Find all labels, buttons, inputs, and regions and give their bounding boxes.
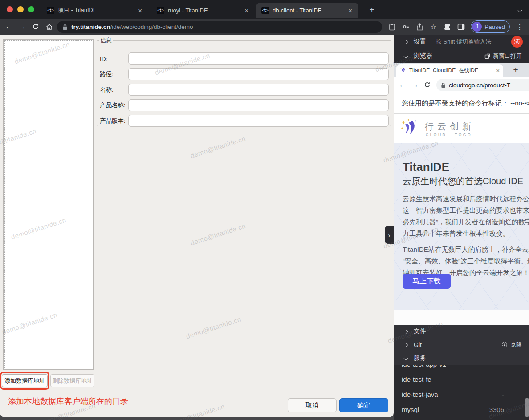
- page-below-hero: [394, 310, 529, 325]
- tab-close-icon[interactable]: ×: [346, 6, 354, 15]
- tab-close-icon[interactable]: ×: [243, 6, 250, 15]
- hero-paragraph-line: “安全、高效、体验”这三个维度取得平衡。最: [403, 255, 529, 267]
- embedded-new-tab-button[interactable]: +: [510, 65, 521, 75]
- id-input[interactable]: [128, 52, 389, 65]
- chevron-right-icon: [404, 343, 408, 347]
- embedded-url: cloudtogo.cn/product-T: [449, 82, 510, 89]
- share-icon[interactable]: [415, 23, 423, 31]
- tab-search-chevron-icon[interactable]: [518, 6, 523, 10]
- settings-label: 设置: [414, 38, 426, 46]
- product-version-input[interactable]: [128, 115, 389, 127]
- chevron-right-icon: [404, 40, 408, 44]
- macos-window-controls[interactable]: [7, 6, 34, 12]
- product-name-input[interactable]: [128, 99, 389, 111]
- brand-name: 行云创新: [425, 121, 475, 133]
- settings-section-row[interactable]: 设置 按 Shift 键切换输入法 演: [394, 35, 529, 49]
- cancel-button[interactable]: 取消: [288, 398, 337, 412]
- embedded-reload-button[interactable]: [424, 81, 431, 88]
- open-new-window-action[interactable]: 新窗口打开: [484, 52, 522, 60]
- browser-section-row[interactable]: 浏览器 新窗口打开: [394, 49, 529, 63]
- embedded-browser-toolbar: ← → cloudtogo.cn/product-T: [394, 77, 529, 93]
- download-now-button[interactable]: 马上下载: [403, 274, 451, 289]
- embedded-browser-tab[interactable]: TitanIDE_CloudIDE_在线IDE_ ×: [396, 64, 503, 77]
- titanide-favicon-icon: [47, 7, 54, 14]
- files-section-row[interactable]: 文件: [394, 325, 529, 338]
- panel-expand-handle[interactable]: ›: [385, 226, 394, 244]
- back-button[interactable]: ←: [4, 22, 13, 31]
- confirm-button[interactable]: 确定: [339, 398, 388, 412]
- hero-paragraph-line: 这一智力密集型工作提出更高的要求也带来了新: [403, 205, 529, 216]
- lock-icon: [441, 82, 446, 88]
- cloudtogo-header: 行云创新 CLOUD · TOGO: [394, 114, 529, 143]
- titanide-favicon-icon: [157, 7, 164, 14]
- embedded-forward-button[interactable]: →: [411, 81, 419, 89]
- clipboard-icon[interactable]: [388, 23, 396, 31]
- toolbar-actions: ☆ J Paused ⋮: [388, 19, 529, 35]
- menu-kebab-icon[interactable]: ⋮: [516, 23, 524, 31]
- close-window-button[interactable]: [7, 6, 13, 12]
- add-database-path-button[interactable]: 添加数据库地址: [2, 374, 48, 387]
- embedded-tab-title: TitanIDE_CloudIDE_在线IDE_: [409, 67, 493, 74]
- new-tab-button[interactable]: +: [366, 4, 378, 16]
- info-legend: 信息: [99, 36, 113, 44]
- services-list: ide-test-app-v1 - ide-test-fe - ide-test…: [394, 365, 529, 420]
- git-section-row[interactable]: Git 克隆: [394, 338, 529, 351]
- service-row[interactable]: ide-test-fe -: [394, 372, 529, 387]
- home-button[interactable]: [45, 22, 53, 31]
- git-clone-action[interactable]: 克隆: [501, 341, 522, 349]
- hero-title: TitanIDE: [403, 160, 449, 174]
- field-label-path: 路径:: [100, 70, 114, 78]
- minimize-window-button[interactable]: [17, 6, 24, 12]
- services-section-row[interactable]: 服务: [394, 351, 529, 365]
- service-row[interactable]: mysql 3306: [394, 402, 529, 417]
- files-label: 文件: [414, 327, 426, 335]
- name-input[interactable]: [128, 84, 389, 96]
- bookmark-star-icon[interactable]: ☆: [429, 23, 437, 31]
- info-fieldset: 信息 ID: 路径: 名称: 产品名称: 产品版本:: [97, 36, 391, 126]
- demo-badge[interactable]: 演: [511, 36, 523, 48]
- chevron-down-icon: [404, 54, 408, 58]
- reload-button[interactable]: [31, 22, 40, 31]
- database-path-list[interactable]: [3, 39, 94, 370]
- browser-tab-ruoyi[interactable]: ruoyi - TitanIDE ×: [151, 3, 255, 18]
- embedded-back-button[interactable]: ←: [399, 81, 406, 89]
- address-bar[interactable]: try.titanide.cn/ide/web/coding/db-client…: [57, 21, 382, 33]
- tab-close-icon[interactable]: ×: [136, 6, 144, 15]
- hero-subtitle: 云原生时代您的首选Cloud IDE: [403, 175, 523, 187]
- browser-tab-project[interactable]: 项目 - TitanIDE ×: [41, 3, 148, 18]
- cloudtogo-hero: TitanIDE 云原生时代您的首选Cloud IDE 云原生技术高速发展和后疫…: [394, 143, 529, 310]
- tab-separator: [150, 6, 150, 14]
- profile-paused-pill[interactable]: J Paused: [471, 20, 510, 33]
- input-method-hint: 按 Shift 键切换输入法: [436, 38, 491, 46]
- embedded-tab-close-icon[interactable]: ×: [496, 67, 500, 74]
- url-path: /ide/web/coding/db-client/demo: [110, 24, 193, 30]
- ide-sections-panel: 文件 Git 克隆 服务 ide-test-app-v1 -: [394, 325, 529, 420]
- ide-side-panel: 设置 按 Shift 键切换输入法 演 浏览器 新窗口打开 TitanIDE_C…: [394, 35, 529, 420]
- cloudtogo-logo-icon: [400, 118, 420, 138]
- field-label-name: 名称:: [100, 86, 114, 94]
- embedded-browser-tabbar: TitanIDE_CloudIDE_在线IDE_ × +: [394, 63, 529, 77]
- browser-tab-db-client-active[interactable]: db-client - TitanIDE ×: [256, 3, 358, 18]
- database-client-dialog: 信息 ID: 路径: 名称: 产品名称: 产品版本: 添加数据库地址 删除数据库…: [0, 35, 394, 417]
- url-host: try.titanide.cn: [71, 24, 110, 30]
- tab-title: 项目 - TitanIDE: [58, 6, 133, 14]
- path-input[interactable]: [128, 68, 389, 80]
- open-new-window-icon: [484, 53, 490, 59]
- chevron-right-icon: [404, 329, 408, 334]
- brand-subname: CLOUD · TOGO: [426, 133, 472, 137]
- tab-title: ruoyi - TitanIDE: [168, 7, 239, 14]
- hero-paragraph-line: 必先利其器”，我们开发者在创造灿烂的数字化: [403, 216, 529, 228]
- embedded-address-bar[interactable]: cloudtogo.cn/product-T: [436, 79, 529, 91]
- extensions-puzzle-icon[interactable]: [443, 23, 451, 31]
- scrollbar-thumb[interactable]: [525, 398, 529, 417]
- forward-button[interactable]: →: [18, 22, 27, 31]
- password-key-icon[interactable]: [402, 23, 410, 31]
- unsupported-flag-warning: 您使用的是不受支持的命令行标记： --no-sand: [394, 93, 529, 114]
- browser-toolbar: ← → try.titanide.cn/ide/web/coding/db-cl…: [0, 19, 529, 35]
- service-row[interactable]: ide-test-java -: [394, 387, 529, 402]
- hero-paragraph-line: TitanIDE站在无数巨人的肩膀上，补齐全云端研: [403, 244, 529, 255]
- annotation-text: 添加本地数据库客户端所在的目录: [8, 396, 128, 407]
- zoom-window-button[interactable]: [28, 6, 34, 12]
- chevron-down-icon: [404, 356, 408, 360]
- side-panel-icon[interactable]: [457, 23, 465, 31]
